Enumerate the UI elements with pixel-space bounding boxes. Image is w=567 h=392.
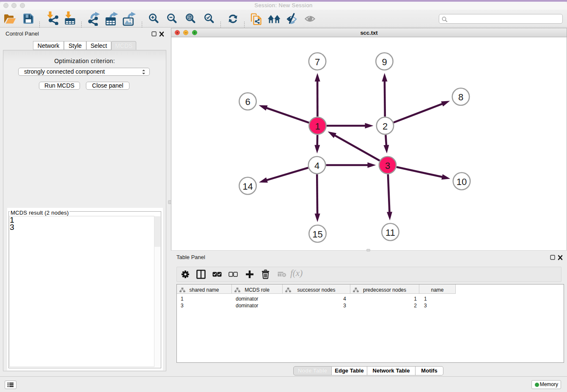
svg-text:8: 8 xyxy=(458,92,463,102)
svg-text:7: 7 xyxy=(315,57,320,67)
svg-text:10: 10 xyxy=(457,177,467,187)
svg-text:2: 2 xyxy=(383,121,388,132)
svg-text:14: 14 xyxy=(242,181,253,192)
svg-text:11: 11 xyxy=(385,227,395,238)
svg-text:6: 6 xyxy=(245,97,250,107)
svg-text:15: 15 xyxy=(312,229,322,240)
svg-text:1: 1 xyxy=(315,121,320,132)
svg-text:9: 9 xyxy=(382,57,387,67)
svg-text:3: 3 xyxy=(385,160,390,171)
svg-text:4: 4 xyxy=(314,160,319,171)
